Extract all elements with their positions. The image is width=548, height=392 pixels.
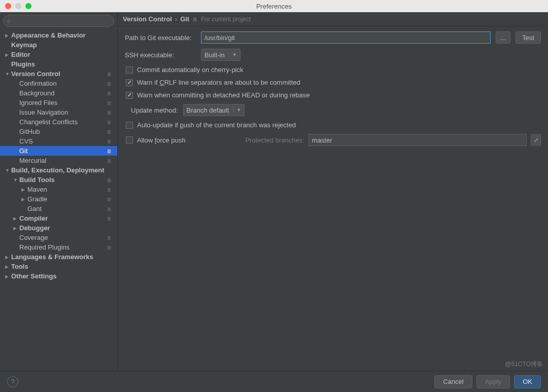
detached-head-checkbox[interactable] — [126, 92, 133, 99]
apply-button[interactable]: Apply — [476, 375, 510, 388]
tree-item-label: Confirmation — [19, 80, 57, 87]
tree-item-issue-navigation[interactable]: Issue Navigation🗎 — [0, 108, 117, 117]
project-scope-icon: 🗎 — [107, 81, 112, 87]
cancel-button[interactable]: Cancel — [434, 375, 472, 388]
tree-item-label: Issue Navigation — [19, 109, 68, 116]
traffic-lights — [0, 3, 31, 9]
dialog-footer: ? Cancel Apply OK — [0, 371, 548, 392]
search-input[interactable] — [3, 15, 114, 27]
project-scope-icon: 🗎 — [107, 177, 112, 183]
tree-item-label: Background — [19, 89, 54, 97]
tree-item-label: Editor — [11, 51, 30, 58]
tree-item-gant[interactable]: Gant🗎 — [0, 204, 117, 213]
breadcrumb-hint: For current project — [201, 16, 251, 23]
tree-item-appearance-behavior[interactable]: ▶Appearance & Behavior — [0, 30, 117, 40]
expand-field-button[interactable]: ⤢ — [531, 134, 541, 146]
project-scope-icon: 🗎 — [107, 129, 112, 135]
tree-item-version-control[interactable]: ▼Version Control🗎 — [0, 69, 117, 79]
tree-item-label: Version Control — [11, 70, 60, 78]
minimize-window-button[interactable] — [15, 3, 21, 9]
tree-arrow-icon: ▼ — [13, 177, 19, 183]
tree-item-label: Debugger — [19, 224, 50, 232]
tree-arrow-icon: ▶ — [13, 216, 19, 221]
main-panel: Version Control › Git 🗎 For current proj… — [118, 12, 548, 371]
tree-item-github[interactable]: GitHub🗎 — [0, 127, 117, 136]
project-scope-icon: 🗎 — [107, 206, 112, 212]
tree-arrow-icon: ▶ — [21, 187, 27, 192]
tree-item-label: Required Plugins — [19, 243, 70, 251]
cherry-pick-checkbox[interactable] — [126, 66, 133, 74]
tree-item-ignored-files[interactable]: Ignored Files🗎 — [0, 98, 117, 108]
tree-item-label: Gradle — [27, 195, 47, 203]
test-button[interactable]: Test — [516, 31, 541, 44]
project-scope-icon: 🗎 — [107, 244, 112, 251]
tree-item-required-plugins[interactable]: Required Plugins🗎 — [0, 242, 117, 252]
close-window-button[interactable] — [5, 3, 11, 9]
tree-item-label: Appearance & Behavior — [11, 31, 86, 39]
tree-arrow-icon: ▶ — [13, 226, 19, 231]
tree-item-gradle[interactable]: ▶Gradle🗎 — [0, 194, 117, 204]
tree-item-build-tools[interactable]: ▼Build Tools🗎 — [0, 175, 117, 185]
project-scope-icon: 🗎 — [107, 119, 112, 125]
tree-item-label: Compiler — [19, 215, 48, 222]
browse-button[interactable]: ... — [496, 31, 510, 44]
update-method-dropdown[interactable]: Branch default ▼ — [183, 104, 245, 116]
force-push-label: Allow force push — [137, 136, 185, 144]
tree-item-label: Mercurial — [19, 157, 46, 164]
tree-item-compiler[interactable]: ▶Compiler🗎 — [0, 213, 117, 223]
maximize-window-button[interactable] — [25, 3, 31, 9]
project-scope-icon: 🗎 — [107, 216, 112, 222]
breadcrumb-parent[interactable]: Version Control — [123, 15, 172, 23]
project-scope-icon: 🗎 — [107, 158, 112, 164]
tree-item-label: Keymap — [11, 41, 37, 49]
project-scope-icon: 🗎 — [107, 90, 112, 96]
titlebar: Preferences — [0, 0, 548, 12]
tree-item-plugins[interactable]: Plugins — [0, 59, 117, 69]
project-scope-icon: 🗎 — [107, 187, 112, 193]
tree-item-debugger[interactable]: ▶Debugger — [0, 223, 117, 233]
project-scope-icon: 🗎 — [107, 148, 112, 154]
ssh-executable-dropdown[interactable]: Built-in ▼ — [201, 49, 241, 61]
cherry-pick-label: Commit automatically on cherry-pick — [137, 66, 244, 74]
project-scope-icon: 🗎 — [107, 110, 112, 116]
search-icon: ⌕ — [7, 17, 11, 24]
tree-item-label: Maven — [27, 186, 47, 193]
tree-arrow-icon: ▶ — [5, 52, 11, 57]
tree-item-maven[interactable]: ▶Maven🗎 — [0, 185, 117, 194]
tree-item-label: Plugins — [11, 60, 35, 68]
tree-arrow-icon: ▶ — [5, 33, 11, 38]
breadcrumb-separator: › — [175, 15, 177, 23]
crlf-warn-checkbox[interactable] — [126, 79, 133, 86]
tree-arrow-icon: ▶ — [21, 197, 27, 202]
help-button[interactable]: ? — [7, 376, 18, 387]
tree-item-mercurial[interactable]: Mercurial🗎 — [0, 156, 117, 165]
ok-button[interactable]: OK — [514, 375, 541, 388]
tree-item-cvs[interactable]: CVS🗎 — [0, 136, 117, 146]
force-push-checkbox[interactable] — [126, 136, 133, 144]
tree-item-label: CVS — [19, 137, 33, 145]
chevron-down-icon: ▼ — [229, 52, 237, 57]
tree-item-background[interactable]: Background🗎 — [0, 88, 117, 98]
window-title: Preferences — [256, 3, 292, 10]
tree-item-coverage[interactable]: Coverage🗎 — [0, 233, 117, 242]
tree-item-build-execution-deployment[interactable]: ▼Build, Execution, Deployment — [0, 165, 117, 175]
auto-update-checkbox[interactable] — [126, 122, 133, 129]
tree-item-label: Ignored Files — [19, 99, 57, 106]
path-label: Path to Git executable: — [125, 34, 196, 42]
tree-item-other-settings[interactable]: ▶Other Settings — [0, 271, 117, 281]
tree-item-confirmation[interactable]: Confirmation🗎 — [0, 79, 117, 88]
protected-branches-input[interactable] — [309, 134, 527, 146]
chevron-down-icon: ▼ — [233, 108, 241, 113]
tree-item-editor[interactable]: ▶Editor — [0, 50, 117, 59]
tree-item-git[interactable]: Git🗎 — [0, 146, 117, 156]
tree-item-changelist-conflicts[interactable]: Changelist Conflicts🗎 — [0, 117, 117, 127]
tree-item-languages-frameworks[interactable]: ▶Languages & Frameworks — [0, 252, 117, 262]
tree-item-label: Tools — [11, 263, 28, 270]
update-method-value: Branch default — [187, 106, 229, 114]
tree-item-label: GitHub — [19, 128, 40, 135]
tree-item-keymap[interactable]: Keymap — [0, 40, 117, 50]
sidebar: ⌕ ▶Appearance & BehaviorKeymap▶EditorPlu… — [0, 12, 118, 371]
tree-arrow-icon: ▼ — [5, 72, 11, 77]
git-path-input[interactable] — [201, 31, 491, 44]
tree-item-tools[interactable]: ▶Tools — [0, 262, 117, 271]
